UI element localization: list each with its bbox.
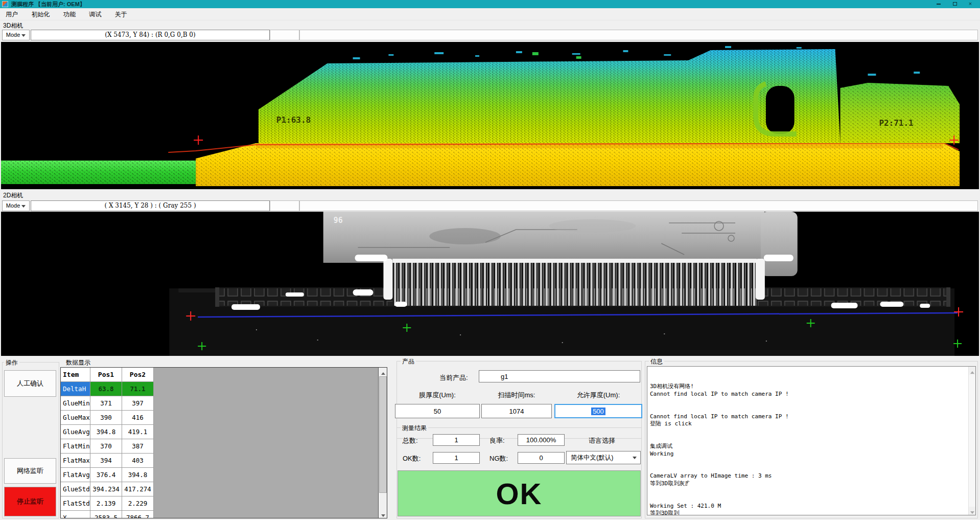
ok-count-label: OK数:	[403, 454, 421, 463]
menu-initialize[interactable]: 初始化	[26, 8, 55, 20]
camera3d-image-view[interactable]: P1:63.8 P2:71.1	[1, 42, 979, 189]
table-row[interactable]: X 2583.5 7866.7	[61, 511, 387, 518]
maximize-button[interactable]	[947, 0, 963, 8]
network-listen-button[interactable]: 网络监听	[4, 458, 56, 484]
scroll-down-icon[interactable]	[379, 510, 387, 518]
table-row[interactable]: GlueAvg 394.8 419.1	[61, 425, 387, 439]
language-select[interactable]: 简体中文(默认)	[566, 451, 641, 464]
scan-time-label: 扫描时间ms:	[481, 391, 552, 400]
table-row[interactable]: FlatAvg 376.4 394.8	[61, 468, 387, 482]
redaction-smear	[680, 446, 709, 465]
col-header-item: Item	[61, 368, 90, 382]
camera2d-toolbar: Mode ( X 3145, Y 28 ) : ( Gray 255 )	[0, 199, 980, 213]
scan-time-field[interactable]: 1074	[481, 404, 552, 418]
info-group-label: 信息	[649, 357, 664, 366]
menu-bar: 用户 初始化 功能 调试 关于	[0, 8, 980, 20]
film-thickness-field[interactable]: 50	[395, 404, 480, 418]
yield-label: 良率:	[489, 436, 505, 445]
yield-field[interactable]: 100.000%	[518, 434, 565, 446]
redaction-smear	[480, 371, 498, 381]
language-label: 语言选择	[589, 436, 615, 445]
camera3d-pixel-readout: (X 5473, Y 84) : (R 0,G 0,B 0)	[31, 30, 270, 40]
p1-annotation: P1:63.8	[276, 115, 311, 125]
log-scrollbar[interactable]	[968, 367, 975, 515]
ng-count-label: NG数:	[489, 454, 508, 463]
window-title: 测膜程序 【当前用户: OEM】	[11, 1, 85, 8]
table-row[interactable]: FlatMin 370 387	[61, 439, 387, 454]
menu-debug[interactable]: 调试	[83, 8, 107, 20]
camera2d-label: 2D相机	[3, 191, 23, 200]
result-status-banner: OK	[398, 470, 641, 516]
chevron-down-icon	[21, 34, 26, 37]
camera2d-mode-button[interactable]: Mode	[2, 200, 30, 211]
camera2d-toolbar-cell	[270, 200, 299, 211]
table-row[interactable]: GlueStd 394.234 417.274	[61, 482, 387, 496]
current-product-field[interactable]: g1	[479, 370, 640, 382]
camera3d-toolbar-cell	[270, 30, 299, 40]
camera2d-toolbar-cell	[299, 200, 978, 211]
minimize-button[interactable]	[931, 0, 946, 8]
camera2d-pixel-readout: ( X 3145, Y 28 ) : ( Gray 255 )	[31, 200, 270, 211]
grayscale-2d-image: 96	[1, 212, 979, 356]
camera3d-mode-button[interactable]: Mode	[2, 30, 30, 40]
heightmap-3d-image: P1:63.8 P2:71.1	[1, 42, 979, 189]
product-group-label: 产品	[401, 357, 416, 366]
camera2d-image-view[interactable]: 96	[1, 212, 979, 356]
app-icon	[2, 1, 8, 7]
ng-count-field[interactable]: 0	[518, 452, 565, 464]
scroll-up-icon[interactable]	[969, 367, 975, 375]
operation-group-label: 操作	[4, 358, 19, 367]
col-header-pos1: Pos1	[90, 368, 122, 382]
chevron-down-icon	[633, 457, 637, 459]
table-header-row: Item Pos1 Pos2	[61, 368, 387, 382]
results-group-label: 测量结果	[401, 424, 428, 433]
data-display-group-label: 数据显示	[64, 358, 92, 367]
selected-text: 500	[591, 408, 605, 415]
current-product-label: 当前产品:	[439, 373, 468, 382]
stop-listen-button[interactable]: 停止监听	[4, 487, 56, 516]
camera3d-toolbar-cell	[299, 30, 978, 40]
table-row[interactable]: FlatMax 394 403	[61, 454, 387, 468]
close-button[interactable]: ×	[963, 0, 978, 8]
total-field[interactable]: 1	[433, 434, 480, 446]
col-header-pos2: Pos2	[122, 368, 154, 382]
chevron-down-icon	[21, 205, 26, 208]
scroll-up-icon[interactable]	[379, 368, 387, 376]
scroll-thumb[interactable]	[379, 376, 387, 493]
measurement-data-grid[interactable]: Item Pos1 Pos2 DeltaH 63.8 71.1 GlueMin …	[60, 367, 387, 518]
title-bar: 测膜程序 【当前用户: OEM】 ×	[0, 0, 980, 8]
table-row[interactable]: FlatStd 2.139 2.229	[61, 496, 387, 511]
menu-about[interactable]: 关于	[109, 8, 133, 20]
ok-count-field[interactable]: 1	[433, 452, 480, 464]
scroll-down-icon[interactable]	[969, 507, 975, 515]
film-thickness-label: 膜厚度(Um):	[395, 391, 480, 400]
table-row[interactable]: DeltaH 63.8 71.1	[61, 382, 387, 396]
p2-annotation: P2:71.1	[879, 118, 913, 128]
total-label: 总数:	[403, 436, 418, 445]
menu-function[interactable]: 功能	[58, 8, 81, 20]
menu-user[interactable]: 用户	[0, 8, 24, 20]
manual-confirm-button[interactable]: 人工确认	[4, 370, 56, 397]
allow-thickness-label: 允许厚度(Um):	[554, 391, 642, 400]
camera3d-toolbar: Mode (X 5473, Y 84) : (R 0,G 0,B 0)	[0, 29, 980, 42]
table-row[interactable]: GlueMin 371 397	[61, 396, 387, 411]
pcb-silkscreen-mark: 96	[334, 216, 343, 225]
allow-thickness-field[interactable]: 500	[554, 404, 642, 418]
table-row[interactable]: GlueMax 390 416	[61, 411, 387, 425]
grid-scrollbar[interactable]	[378, 368, 387, 518]
